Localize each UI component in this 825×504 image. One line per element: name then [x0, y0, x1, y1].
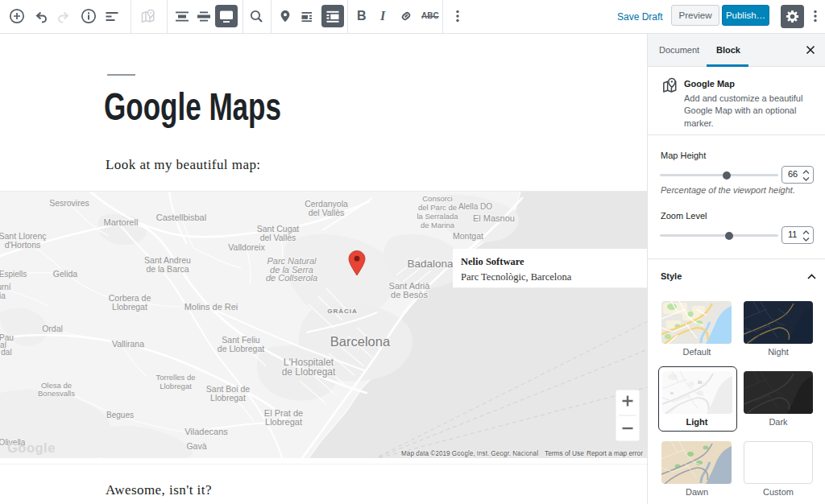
svg-text:de Besòs: de Besòs	[391, 290, 428, 300]
svg-text:del Vallès: del Vallès	[260, 233, 296, 242]
svg-text:Nelio Software: Nelio Software	[461, 256, 524, 267]
svg-text:Begues: Begues	[106, 411, 134, 419]
svg-text:Parc Tecnològic, Barcelona: Parc Tecnològic, Barcelona	[461, 271, 572, 283]
svg-text:Torrelles de: Torrelles de	[155, 373, 195, 382]
svg-text:Viladecans: Viladecans	[184, 427, 228, 436]
svg-text:de Llobregat: de Llobregat	[282, 366, 336, 378]
svg-text:Ordal: Ordal	[42, 324, 63, 333]
svg-text:Valldoreix: Valldoreix	[228, 242, 265, 252]
svg-text:de Marina: de Marina	[421, 221, 455, 229]
svg-text:la Serralada: la Serralada	[417, 212, 458, 221]
svg-text:Bonesvalls: Bonesvalls	[38, 389, 75, 398]
svg-text:dal: dal	[1, 348, 11, 357]
svg-text:Llobregat: Llobregat	[265, 417, 302, 427]
svg-text:GRÀCIA: GRÀCIA	[327, 308, 358, 315]
svg-text:Espiells: Espiells	[0, 270, 27, 279]
svg-text:Castellbisbal: Castellbisbal	[156, 213, 206, 222]
svg-text:Vallirana: Vallirana	[112, 339, 144, 349]
svg-text:Badalona: Badalona	[407, 258, 454, 270]
svg-text:urní: urní	[0, 283, 11, 291]
svg-text:del Vallès: del Vallès	[309, 208, 345, 217]
svg-text:Gavà: Gavà	[186, 441, 206, 451]
svg-text:Llobregat: Llobregat	[160, 382, 192, 390]
svg-text:Google: Google	[7, 440, 56, 455]
svg-text:de la Barca: de la Barca	[146, 264, 189, 274]
svg-text:Consorci: Consorci	[422, 194, 453, 203]
svg-text:del Parc de: del Parc de	[418, 203, 457, 212]
svg-text:de Llobregat: de Llobregat	[218, 344, 264, 353]
svg-text:d'Hortons: d'Hortons	[5, 240, 41, 250]
svg-text:Gelida: Gelida	[53, 269, 78, 279]
svg-text:Llobregat: Llobregat	[210, 393, 246, 403]
svg-text:Map data ©2019 Google, Inst. G: Map data ©2019 Google, Inst. Geogr. Naci…	[401, 449, 538, 457]
svg-text:Martorell: Martorell	[104, 217, 139, 227]
svg-text:Terms of Use: Terms of Use	[545, 449, 584, 457]
svg-text:Barcelona: Barcelona	[330, 334, 391, 349]
svg-text:ia: ia	[0, 291, 6, 300]
svg-text:Llobregat: Llobregat	[112, 302, 147, 312]
svg-text:de Collserola: de Collserola	[266, 273, 317, 283]
svg-text:Molins de Rei: Molins de Rei	[184, 302, 238, 312]
svg-text:Alella DO: Alella DO	[458, 202, 492, 211]
svg-text:El Masnou: El Masnou	[473, 213, 515, 223]
svg-text:Montgat: Montgat	[453, 231, 483, 241]
svg-text:Sesrovires: Sesrovires	[49, 198, 89, 208]
svg-text:Report a map error: Report a map error	[587, 449, 643, 457]
